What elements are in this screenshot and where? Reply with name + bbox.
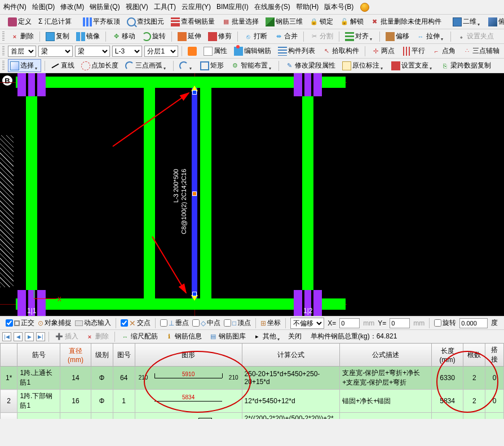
nav-prev[interactable]: ◀ xyxy=(14,332,23,341)
setpoint-button[interactable]: ⬥设置夹点 xyxy=(454,30,496,43)
drawing-canvas[interactable]: B L-3 200*500 C8@100(2) 2C14;2C16 Y X 1|… xyxy=(0,73,504,316)
menu-tools[interactable]: 工具(T) xyxy=(153,1,177,13)
grip-mid[interactable] xyxy=(192,191,197,196)
findel-button[interactable]: 查找图元 xyxy=(125,15,166,28)
delete-button[interactable]: ×删除 xyxy=(8,30,36,43)
column-tr[interactable] xyxy=(294,73,322,96)
close-button[interactable]: 关闭 xyxy=(286,330,304,343)
x-input[interactable] xyxy=(339,318,360,328)
define-button[interactable]: 定义 xyxy=(6,15,34,28)
rotate-input[interactable] xyxy=(459,318,488,328)
modseg-button[interactable]: ✎修改梁段属性 xyxy=(282,59,338,72)
col-formula[interactable]: 计算公式 xyxy=(242,344,340,367)
batchdel-button[interactable]: ✖批量删除未使用构件 xyxy=(368,15,444,28)
split-button[interactable]: ✂分割 xyxy=(307,30,335,43)
arc2-button[interactable] xyxy=(177,60,196,72)
origlabel-button[interactable]: 原位标注 xyxy=(340,59,387,72)
column-tl[interactable] xyxy=(17,73,46,96)
nav-last[interactable]: ▶| xyxy=(36,332,45,341)
setsupport-button[interactable]: 设置支座 xyxy=(389,59,436,72)
col-bond[interactable]: 搭接 xyxy=(485,344,504,367)
menu-version[interactable]: 版本号(B) xyxy=(323,1,355,13)
properties-button[interactable]: 属性 xyxy=(201,44,229,57)
ptlen-button[interactable]: 点加长度 xyxy=(79,59,121,72)
sum-button[interactable]: Σ 汇总计算 xyxy=(36,15,74,28)
menu-rebar[interactable]: 钢筋量(Q) xyxy=(89,1,121,13)
insert-button[interactable]: ➕插入 xyxy=(52,330,81,343)
ortho-toggle[interactable]: 正交 xyxy=(6,318,34,328)
offset-button[interactable]: 偏移 xyxy=(383,30,412,43)
join-button[interactable]: ⇼合并 xyxy=(272,30,300,43)
intersect-toggle[interactable]: ✕交点 xyxy=(121,318,151,328)
viewrebar-button[interactable]: 查看钢筋量 xyxy=(169,15,217,28)
copy-button[interactable]: 复制 xyxy=(43,30,72,43)
rebarinfo-button[interactable]: ℹ钢筋信息 xyxy=(162,330,204,343)
col-len[interactable]: 长度(mm) xyxy=(431,344,463,367)
beam-id-select[interactable]: L-3 xyxy=(112,46,143,57)
rotate-toggle[interactable]: 旋转 xyxy=(434,318,456,328)
col-dia[interactable]: 直径(mm) xyxy=(60,344,91,367)
extend-button[interactable]: 延伸 xyxy=(175,30,204,43)
delete-row-button[interactable]: ×删除 xyxy=(83,330,111,343)
scale-button[interactable]: ↔缩尺配筋 xyxy=(118,330,160,343)
editrebar-button[interactable]: 编辑钢筋 xyxy=(232,44,273,57)
view3d-button[interactable]: 俯视 xyxy=(486,15,504,28)
grip-bot[interactable] xyxy=(192,292,197,296)
beam-mid2green[interactable] xyxy=(200,77,211,310)
row-header[interactable]: 3 xyxy=(1,413,17,420)
menu-draw[interactable]: 绘图(D) xyxy=(31,1,56,13)
beam-right[interactable] xyxy=(302,77,313,310)
menu-cloud[interactable]: 云应用(Y) xyxy=(180,1,212,13)
ptcorner-button[interactable]: ⌐点角 xyxy=(430,44,458,57)
align-button[interactable]: 对齐 xyxy=(343,30,376,43)
smart-button[interactable]: ⚙智能布置 xyxy=(228,59,275,72)
table-row[interactable]: 3 1跨.箍筋1 8 Φ 195 460 160 2*((200-2*20)+(… xyxy=(1,413,504,420)
table-row[interactable]: 1* 1跨.上通长筋1 14 Φ 64 210 5910 210 250-20+… xyxy=(1,367,504,390)
mirror-button[interactable]: 镜像 xyxy=(74,30,102,43)
menu-modify[interactable]: 修改(M) xyxy=(59,1,85,13)
beam-mid1[interactable] xyxy=(144,77,155,310)
view2d-button[interactable]: 二维 xyxy=(450,15,484,28)
row-header[interactable]: 2 xyxy=(1,390,17,413)
line-button[interactable]: 直线 xyxy=(48,59,77,72)
offset-select[interactable]: 不偏移 xyxy=(290,318,324,329)
sublayer-select[interactable]: 分层1 xyxy=(144,46,178,57)
col-desc[interactable]: 公式描述 xyxy=(340,344,432,367)
layer-btn[interactable] xyxy=(185,45,199,57)
floor-select[interactable]: 首层 xyxy=(8,46,36,57)
menu-bim[interactable]: BIM应用(I) xyxy=(215,1,250,13)
dyn-toggle[interactable]: 动态输入 xyxy=(75,318,111,328)
perp-toggle[interactable]: ⊥垂点 xyxy=(160,318,189,328)
other-button[interactable]: ▸其他 xyxy=(250,330,284,343)
category1-select[interactable]: 梁 xyxy=(38,46,73,57)
unlock-button[interactable]: 🔓解锁 xyxy=(338,15,366,28)
arc-button[interactable]: 三点画弧 xyxy=(123,59,170,72)
pickcomp-button[interactable]: ↖拾取构件 xyxy=(320,44,361,57)
trim-button[interactable]: 修剪 xyxy=(206,30,234,43)
rebar3d-button[interactable]: 钢筋三维 xyxy=(263,15,305,28)
threeptaxis-button[interactable]: ∴三点辅轴 xyxy=(460,44,502,57)
stretch-button[interactable]: ↔拉伸 xyxy=(414,30,447,43)
batchsel-button[interactable]: ▦批量选择 xyxy=(219,15,261,28)
break-button[interactable]: ⎋打断 xyxy=(241,30,269,43)
rebar-table[interactable]: 筋号 直径(mm) 级别 图号 图形 计算公式 公式描述 长度(mm) 根数 搭… xyxy=(0,343,504,419)
menu-help[interactable]: 帮助(H) xyxy=(295,1,320,13)
category2-select[interactable]: 梁 xyxy=(75,46,110,57)
col-count[interactable]: 根数 xyxy=(463,344,485,367)
move-button[interactable]: ✥移动 xyxy=(109,30,138,43)
col-shapeno[interactable]: 图号 xyxy=(113,344,135,367)
alignslab-button[interactable]: 平齐板顶 xyxy=(81,15,122,28)
coord-toggle[interactable]: ⊞坐标 xyxy=(260,318,281,328)
menu-view[interactable]: 视图(V) xyxy=(125,1,149,13)
col-shape[interactable]: 图形 xyxy=(135,344,242,367)
select-button[interactable]: 选择 xyxy=(8,59,41,72)
rebarlib-button[interactable]: ▤钢筋图库 xyxy=(206,330,248,343)
menu-online[interactable]: 在线服务(S) xyxy=(253,1,291,13)
nav-first[interactable]: |◀ xyxy=(2,332,11,341)
col-num[interactable]: 筋号 xyxy=(17,344,60,367)
twopoint-button[interactable]: ⊹两点 xyxy=(369,44,397,57)
mid-toggle[interactable]: ◇中点 xyxy=(192,318,220,328)
lock-button[interactable]: 🔒锁定 xyxy=(307,15,335,28)
grip-top[interactable] xyxy=(192,90,197,95)
rect-button[interactable]: 矩形 xyxy=(198,59,226,72)
